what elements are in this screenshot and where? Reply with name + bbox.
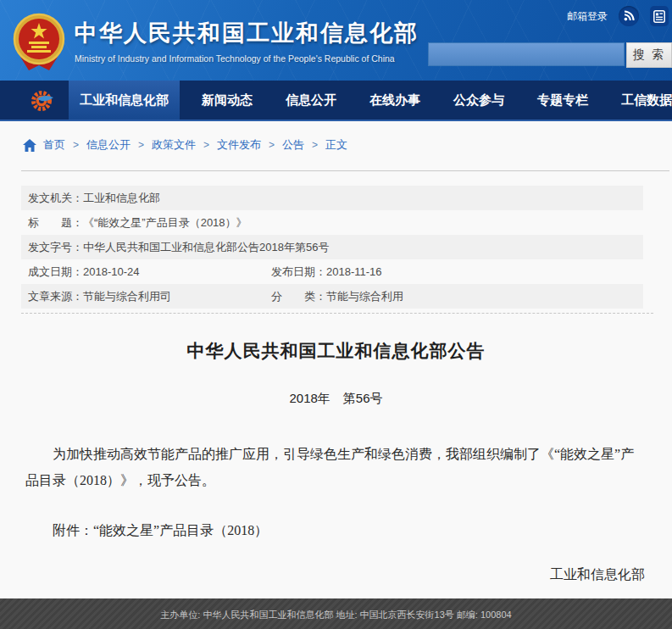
nav-item-online-services[interactable]: 在线办事 — [358, 81, 431, 120]
meta-value: 节能与综合利用司 — [83, 290, 171, 303]
nav-item-miit-data[interactable]: 工信数据 — [610, 81, 672, 120]
meta-row-dates: 成文日期：2018-10-24 发布日期：2018-11-16 — [21, 259, 643, 284]
meta-value: 《“能效之星”产品目录（2018）》 — [83, 210, 247, 235]
announcement-title: 中华人民共和国工业和信息化部公告 — [0, 339, 672, 363]
meta-value: 工业和信息化部 — [83, 186, 160, 210]
meta-label: 标 题： — [28, 210, 83, 235]
meta-pair-category: 分 类：节能与综合利用 — [271, 284, 403, 309]
list-icon[interactable] — [650, 6, 669, 26]
breadcrumb-home[interactable]: 首页 — [43, 137, 65, 153]
meta-value: 中华人民共和国工业和信息化部公告2018年第56号 — [83, 235, 329, 259]
meta-label: 文章来源： — [28, 290, 83, 303]
announcement-article: 中华人民共和国工业和信息化部公告 2018年 第56号 为加快推动高效节能产品的… — [0, 339, 672, 621]
breadcrumb-policy-documents[interactable]: 政策文件 — [152, 137, 196, 153]
announcement-issue-number: 2018年 第56号 — [0, 391, 672, 407]
page: 中华人民共和国工业和信息化部 Ministry of Industry and … — [0, 0, 672, 629]
breadcrumb: 首页 > 信息公开 > 政策文件 > 文件发布 > 公告 > 正文 — [23, 137, 347, 153]
announcement-paragraph: 为加快推动高效节能产品的推广应用，引导绿色生产和绿色消费，我部组织编制了《“能效… — [25, 441, 647, 493]
meta-pair-publish-date: 发布日期：2018-11-16 — [271, 259, 382, 284]
meta-row-source-category: 文章来源：节能与综合利用司 分 类：节能与综合利用 — [21, 284, 643, 309]
announcement-signer: 工业和信息化部 — [25, 561, 647, 587]
meta-row-title: 标 题： 《“能效之星”产品目录（2018）》 — [21, 210, 643, 235]
document-meta-table: 发文机关： 工业和信息化部 标 题： 《“能效之星”产品目录（2018）》 发文… — [21, 186, 643, 309]
meta-label: 分 类： — [271, 290, 326, 303]
meta-pair-written-date: 成文日期：2018-10-24 — [28, 259, 271, 284]
email-login-link[interactable]: 邮箱登录 — [567, 9, 608, 24]
breadcrumb-info-disclosure[interactable]: 信息公开 — [86, 137, 131, 153]
search-bar: 搜 索 — [428, 42, 672, 68]
meta-row-issuing-agency: 发文机关： 工业和信息化部 — [21, 186, 643, 210]
breadcrumb-separator: > — [312, 139, 318, 151]
announcement-attachment-link[interactable]: 附件：“能效之星”产品目录（2018） — [25, 517, 647, 543]
meta-dashed-divider — [21, 313, 653, 314]
nav-items: 工业和信息化部 新闻动态 信息公开 在线办事 公众参与 专题专栏 工信数据 — [69, 81, 672, 120]
breadcrumb-current[interactable]: 正文 — [325, 137, 347, 153]
site-subtitle: Ministry of Industry and Information Tec… — [75, 53, 419, 64]
meta-pair-source: 文章来源：节能与综合利用司 — [28, 284, 271, 309]
breadcrumb-separator: > — [138, 139, 144, 151]
site-title-block: 中华人民共和国工业和信息化部 Ministry of Industry and … — [75, 18, 419, 64]
nav-item-info-disclosure[interactable]: 信息公开 — [275, 81, 347, 120]
meta-label: 成文日期： — [28, 265, 83, 278]
site-title: 中华人民共和国工业和信息化部 — [75, 18, 419, 48]
nav-item-news[interactable]: 新闻动态 — [191, 81, 264, 120]
breadcrumb-separator: > — [203, 139, 209, 151]
national-emblem-logo — [12, 13, 66, 75]
meta-row-document-number: 发文字号： 中华人民共和国工业和信息化部公告2018年第56号 — [21, 235, 643, 259]
rss-icon[interactable] — [619, 6, 639, 26]
topbar: 邮箱登录 — [567, 6, 667, 26]
site-footer: 主办单位: 中华人民共和国工业和信息化部 地址: 中国北京西长安街13号 邮编:… — [0, 598, 672, 629]
nav-item-public-participation[interactable]: 公众参与 — [442, 81, 515, 120]
breadcrumb-separator: > — [73, 139, 79, 151]
footer-host-info: 主办单位: 中华人民共和国工业和信息化部 地址: 中国北京西长安街13号 邮编:… — [160, 610, 511, 620]
meta-label: 发文机关： — [28, 186, 83, 210]
site-header: 中华人民共和国工业和信息化部 Ministry of Industry and … — [0, 0, 672, 81]
main-nav: 工业和信息化部 新闻动态 信息公开 在线办事 公众参与 专题专栏 工信数据 — [0, 81, 672, 121]
miit-gear-e-logo — [31, 88, 56, 117]
breadcrumb-divider — [21, 170, 669, 171]
nav-item-special-topics[interactable]: 专题专栏 — [526, 81, 599, 120]
meta-value: 2018-10-24 — [83, 265, 140, 278]
search-button[interactable]: 搜 索 — [626, 42, 672, 68]
announcement-body: 为加快推动高效节能产品的推广应用，引导绿色生产和绿色消费，我部组织编制了《“能效… — [25, 441, 647, 621]
breadcrumb-separator: > — [269, 139, 275, 151]
meta-value: 2018-11-16 — [326, 265, 382, 278]
meta-label: 发布日期： — [271, 265, 326, 278]
meta-value: 节能与综合利用 — [326, 290, 403, 303]
breadcrumb-document-release[interactable]: 文件发布 — [217, 137, 261, 153]
meta-label: 发文字号： — [28, 235, 83, 259]
breadcrumb-announcement[interactable]: 公告 — [282, 137, 304, 153]
search-input[interactable] — [428, 42, 625, 66]
home-icon[interactable] — [23, 139, 36, 152]
nav-item-miit[interactable]: 工业和信息化部 — [69, 81, 180, 120]
